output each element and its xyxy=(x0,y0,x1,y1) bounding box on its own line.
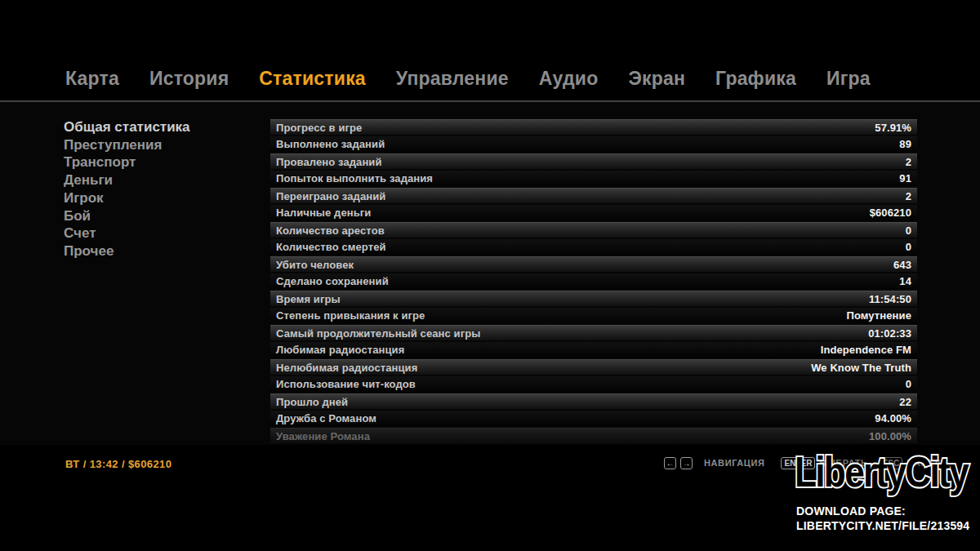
stat-label: Выполнено заданий xyxy=(276,138,385,150)
stat-label: Прошло дней xyxy=(276,396,348,408)
stat-label: Переиграно заданий xyxy=(276,190,385,202)
stat-value: 2 xyxy=(906,156,911,168)
stat-value: Помутнение xyxy=(847,309,911,322)
stat-value: 0 xyxy=(906,378,911,390)
sidebar-item-crimes[interactable]: Преступления xyxy=(64,136,190,154)
stat-row: Время игры 11:54:50 xyxy=(270,291,917,306)
stat-label: Сделано сохранений xyxy=(276,275,389,287)
libertycity-logo-text: LibertyCity xyxy=(795,448,969,495)
stat-row: Прошло дней 22 xyxy=(270,393,917,409)
stat-label: Использование чит-кодов xyxy=(276,378,416,390)
stat-value: 91 xyxy=(899,172,911,184)
stat-label: Прогресс в игре xyxy=(276,122,362,134)
stat-value: 11:54:50 xyxy=(869,293,911,305)
stat-row: Провалено заданий 2 xyxy=(270,153,917,169)
statistics-panel: Общая статистика Преступления Транспорт … xyxy=(0,102,980,445)
stat-value: $606210 xyxy=(870,207,911,219)
stat-value: 0 xyxy=(906,241,911,253)
stat-row: Количество арестов 0 xyxy=(270,222,917,238)
stat-row: Дружба с Романом 94.00% xyxy=(270,411,917,426)
sidebar-item-money[interactable]: Деньги xyxy=(64,171,190,189)
download-info: DOWNLOAD PAGE: LIBERTYCITY.NET/FILE/2135… xyxy=(796,504,969,533)
stat-label: Уважение Романа xyxy=(276,430,370,442)
download-page-label: DOWNLOAD PAGE: xyxy=(796,504,969,518)
status-day-time-money: ВТ / 13:42 / $606210 xyxy=(65,458,172,470)
stat-value: 89 xyxy=(899,138,911,150)
tab-graphics[interactable]: Графика xyxy=(715,68,796,90)
stat-value: We Know The Truth xyxy=(811,362,911,374)
stat-value: 01:02:33 xyxy=(868,327,911,340)
stat-label: Степень привыкания к игре xyxy=(276,309,425,322)
stat-label: Самый продолжительный сеанс игры xyxy=(276,327,480,340)
stat-value: 14 xyxy=(899,275,911,287)
stat-label: Попыток выполнить задания xyxy=(276,172,433,184)
tab-game[interactable]: Игра xyxy=(826,68,871,90)
stat-value: 57.91% xyxy=(875,122,911,134)
stat-label: Дружба с Романом xyxy=(276,412,376,424)
stat-row: Степень привыкания к игре Помутнение xyxy=(270,308,917,323)
download-page-url: LIBERTYCITY.NET/FILE/213594 xyxy=(796,518,969,533)
stats-list: Прогресс в игре 57.91% Выполнено заданий… xyxy=(270,119,917,445)
sidebar-item-combat[interactable]: Бой xyxy=(64,207,190,225)
stat-row: Наличные деньги $606210 xyxy=(270,205,917,220)
stat-row: Нелюбимая радиостанция We Know The Truth xyxy=(270,359,917,375)
stat-label: Убито человек xyxy=(276,259,354,271)
stat-label: Количество смертей xyxy=(276,241,386,253)
stat-value: Independence FM xyxy=(821,344,911,356)
stat-row: Любимая радиостанция Independence FM xyxy=(270,342,917,358)
tab-audio[interactable]: Аудио xyxy=(539,68,599,90)
stat-value: 2 xyxy=(906,190,911,202)
tab-statistics[interactable]: Статистика xyxy=(259,68,366,90)
sidebar-item-misc[interactable]: Прочее xyxy=(64,242,190,260)
stat-row: Переиграно заданий 2 xyxy=(270,188,917,203)
tab-controls[interactable]: Управление xyxy=(396,68,509,90)
stat-row: Уважение Романа 100.00% xyxy=(270,428,917,443)
stat-row: Количество смертей 0 xyxy=(270,239,917,255)
sidebar-item-player[interactable]: Игрок xyxy=(64,189,190,207)
left-arrow-key-icon: ← xyxy=(664,457,676,469)
sidebar-item-score[interactable]: Счет xyxy=(64,224,190,242)
stats-category-sidebar: Общая статистика Преступления Транспорт … xyxy=(64,118,190,260)
stat-row: Выполнено заданий 89 xyxy=(270,136,917,152)
stat-label: Количество арестов xyxy=(276,224,385,237)
sidebar-item-general-stats[interactable]: Общая статистика xyxy=(64,118,190,136)
stat-value: 643 xyxy=(893,259,911,271)
stat-row: Сделано сохранений 14 xyxy=(270,273,917,289)
stat-row: Использование чит-кодов 0 xyxy=(270,376,917,392)
stat-label: Время игры xyxy=(276,293,341,305)
tab-story[interactable]: История xyxy=(149,68,229,90)
stat-row: Прогресс в игре 57.91% xyxy=(270,119,917,135)
right-arrow-key-icon: → xyxy=(680,457,693,469)
stat-label: Наличные деньги xyxy=(276,207,371,219)
stat-value: 0 xyxy=(906,224,911,237)
game-settings-screen: Карта История Статистика Управление Ауди… xyxy=(0,0,980,551)
top-nav: Карта История Статистика Управление Ауди… xyxy=(65,68,871,90)
stat-row: Попыток выполнить задания 91 xyxy=(270,171,917,186)
sidebar-item-transport[interactable]: Транспорт xyxy=(64,153,190,171)
stat-value: 22 xyxy=(899,396,911,408)
stat-row: Самый продолжительный сеанс игры 01:02:3… xyxy=(270,325,917,340)
stat-value: 94.00% xyxy=(875,412,911,424)
stat-label: Любимая радиостанция xyxy=(276,344,404,356)
navigation-hint-label: НАВИГАЦИЯ xyxy=(704,458,764,468)
stat-value: 100.00% xyxy=(869,430,911,442)
stat-row: Убито человек 643 xyxy=(270,256,917,272)
bottom-bar: ВТ / 13:42 / $606210 ← → НАВИГАЦИЯ ENTER… xyxy=(0,445,980,551)
stat-label: Провалено заданий xyxy=(276,156,382,168)
libertycity-logo: LibertyCity xyxy=(791,447,972,499)
tab-map[interactable]: Карта xyxy=(65,68,119,90)
tab-display[interactable]: Экран xyxy=(628,68,685,90)
stat-label: Нелюбимая радиостанция xyxy=(276,362,417,374)
